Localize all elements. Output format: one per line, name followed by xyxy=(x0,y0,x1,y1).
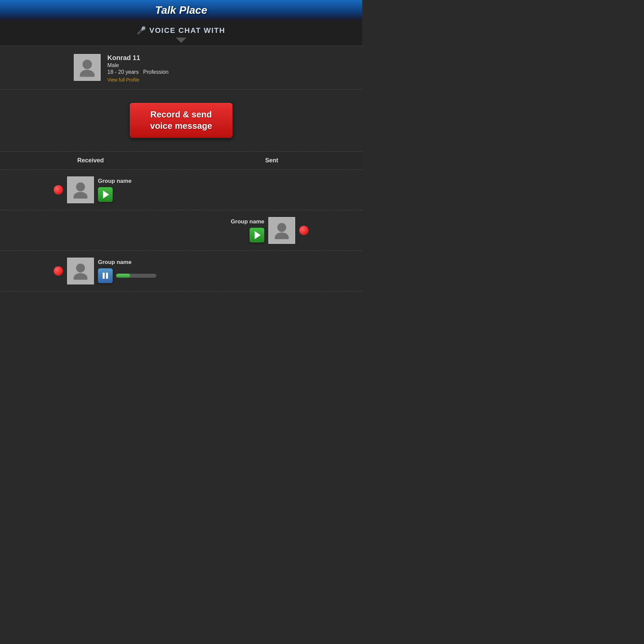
pause-icon xyxy=(103,273,108,279)
microphone-icon: 🎤 xyxy=(137,26,146,35)
message-item-received-1: Group name xyxy=(0,170,362,210)
pause-bar-left xyxy=(103,273,105,279)
profile-section: Konrad 11 Male 18 - 20 years Profession … xyxy=(0,46,362,89)
message-item-received-2: Group name xyxy=(0,251,362,291)
progress-bar-container xyxy=(116,274,156,278)
svg-point-4 xyxy=(277,223,286,231)
divider-7 xyxy=(0,291,362,291)
message-group-name-2: Group name xyxy=(231,218,264,225)
message-avatar-2 xyxy=(268,217,295,244)
message-avatar-1 xyxy=(67,176,94,203)
profile-name: Konrad 11 xyxy=(107,54,168,62)
messages-area: Received Sent Group name xyxy=(0,152,362,291)
voice-chat-title: VOICE CHAT WITH xyxy=(149,26,225,35)
unread-indicator xyxy=(54,185,63,195)
svg-point-5 xyxy=(275,232,289,239)
profile-profession: Profession xyxy=(143,69,169,75)
svg-point-1 xyxy=(80,70,95,77)
message-group-name-3: Group name xyxy=(98,259,156,266)
chevron-down-icon xyxy=(176,38,186,43)
svg-point-2 xyxy=(76,182,85,191)
message-group-name-1: Group name xyxy=(98,178,131,184)
unread-indicator-sent xyxy=(299,226,309,235)
message-content-2: Group name xyxy=(231,218,264,243)
progress-bar-fill xyxy=(116,274,130,278)
message-person-icon-3 xyxy=(72,262,89,280)
svg-point-6 xyxy=(76,263,85,272)
message-content-1: Group name xyxy=(98,178,131,202)
message-item-sent-1: Group name xyxy=(0,210,362,251)
profile-gender: Male xyxy=(107,62,168,68)
app-header: Talk Place xyxy=(0,0,362,20)
messages-header: Received Sent xyxy=(0,152,362,169)
record-section: Record & send voice message xyxy=(0,90,362,151)
view-profile-link[interactable]: View full Profile xyxy=(107,77,168,83)
message-person-icon xyxy=(72,181,89,199)
profile-age-profession: 18 - 20 years Profession xyxy=(107,69,168,75)
play-triangle-icon xyxy=(103,191,109,199)
message-content-3: Group name xyxy=(98,259,156,283)
voice-chat-header: 🎤 VOICE CHAT WITH xyxy=(0,20,362,46)
svg-point-0 xyxy=(83,60,92,69)
sent-label: Sent xyxy=(181,157,362,164)
svg-point-3 xyxy=(73,192,88,199)
profile-info: Konrad 11 Male 18 - 20 years Profession … xyxy=(107,54,168,83)
play-button-1[interactable] xyxy=(98,187,113,202)
pause-bar-right xyxy=(106,273,108,279)
profile-age: 18 - 20 years xyxy=(107,69,139,75)
play-triangle-icon-2 xyxy=(255,231,261,239)
pause-button[interactable] xyxy=(98,268,113,283)
message-person-icon-2 xyxy=(274,222,290,239)
unread-indicator-2 xyxy=(54,266,63,276)
record-send-button[interactable]: Record & send voice message xyxy=(130,103,232,138)
voice-chat-title-row: 🎤 VOICE CHAT WITH xyxy=(137,26,225,35)
message-avatar-3 xyxy=(67,258,94,284)
svg-point-7 xyxy=(73,273,88,280)
app-logo: Talk Place xyxy=(155,4,207,16)
avatar-person-icon xyxy=(79,58,96,77)
record-button-label: Record & send voice message xyxy=(150,109,212,132)
avatar xyxy=(74,54,101,81)
playing-controls xyxy=(98,268,156,283)
received-label: Received xyxy=(0,157,181,164)
play-button-2[interactable] xyxy=(250,228,264,243)
